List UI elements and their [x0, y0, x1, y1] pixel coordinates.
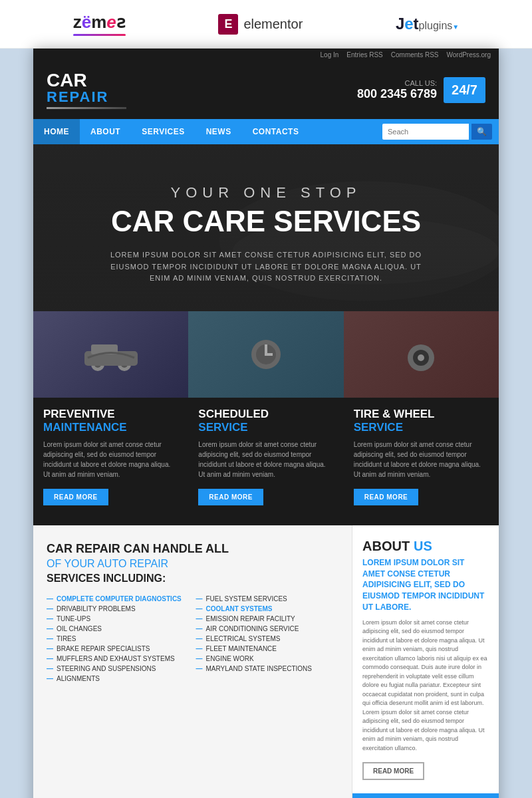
nav-search: 🔍 — [376, 120, 499, 144]
nav-contacts[interactable]: CONTACTS — [242, 119, 310, 144]
logo-line — [47, 107, 126, 109]
nav-news[interactable]: NEWS — [196, 119, 242, 144]
call-us-label: CALL US: — [357, 79, 437, 87]
list-item: FLEET MAINTENANCE — [196, 644, 339, 654]
list-item: COMPLETE COMPUTER DIAGNOSTICS — [47, 594, 190, 604]
services-list-col: CAR REPAIR CAN HANDLE ALL OF YOUR AUTO R… — [33, 525, 352, 798]
list-item: MARYLAND STATE INSPECTIONS — [196, 664, 339, 674]
login-link[interactable]: Log In — [321, 51, 339, 59]
svg-rect-9 — [265, 353, 273, 356]
about-subtitle: LOREM IPSUM DOLOR SIT AMET CONSE CTETUR … — [362, 557, 489, 613]
about-col: ABOUT US LOREM IPSUM DOLOR SIT AMET CONS… — [352, 525, 499, 798]
logo-car: CAR — [47, 71, 126, 90]
service-img-2 — [188, 311, 343, 398]
logo-area: CAR REPAIR — [47, 71, 126, 109]
site-wrapper: Log In Entries RSS Comments RSS WordPres… — [33, 49, 499, 798]
service-desc-2: Lorem ipsum dolor sit amet conse ctetur … — [198, 440, 333, 479]
main-nav: HOME ABOUT SERVICES NEWS CONTACTS 🔍 — [33, 119, 499, 144]
nav-about[interactable]: ABOUT — [80, 119, 131, 144]
services-two-col: COMPLETE COMPUTER DIAGNOSTICS DRIVABILIT… — [47, 594, 338, 684]
nav-links: HOME ABOUT SERVICES NEWS CONTACTS — [33, 119, 376, 144]
site-header: CAR REPAIR CALL US: 800 2345 6789 24/7 — [33, 61, 499, 119]
call-text: CALL US: 800 2345 6789 — [357, 79, 437, 101]
logo-repair: REPAIR — [47, 90, 126, 104]
services-section: PREVENTIVE MAINTENANCE Lorem ipsum dolor… — [33, 311, 499, 525]
list-item: ENGINE WORK — [196, 654, 339, 664]
list-item: ELECTRICAL SYSTEMS — [196, 634, 339, 644]
nav-services[interactable]: SERVICES — [131, 119, 195, 144]
list-item: ALIGNMENTS — [47, 674, 190, 684]
svg-rect-8 — [265, 344, 267, 354]
read-more-btn-3[interactable]: READ MORE — [354, 489, 419, 505]
service-body-2: SCHEDULED SERVICE Lorem ipsum dolor sit … — [188, 398, 343, 512]
service-title-1a: PREVENTIVE — [43, 408, 178, 421]
svg-point-12 — [418, 354, 424, 361]
service-title-2b: SERVICE — [198, 421, 333, 434]
elementor-icon: E — [218, 14, 238, 35]
hero-section: YOUR ONE STOP CAR CARE SERVICES LOREM IP… — [33, 144, 499, 311]
list-item: MUFFLERS AND EXHAUST SYSTEMS — [47, 654, 190, 664]
service-title-3b: SERVICE — [354, 421, 489, 434]
service-title-3a: TIRE & WHEEL — [354, 408, 489, 421]
jet-plugins-logo: Jetplugins ▼ — [396, 15, 459, 33]
elementor-logo: E elementor — [218, 14, 303, 35]
about-title-our: ABOUT — [362, 539, 410, 554]
entries-rss-link[interactable]: Entries RSS — [346, 51, 382, 59]
wordpress-link[interactable]: WordPress.org — [446, 51, 491, 59]
read-more-btn-2[interactable]: READ MORE — [198, 489, 263, 505]
services-list-title: CAR REPAIR CAN HANDLE ALL — [47, 542, 338, 556]
brand-bar: zëmeƨ E elementor Jetplugins ▼ — [0, 0, 532, 49]
services-list-left: COMPLETE COMPUTER DIAGNOSTICS DRIVABILIT… — [47, 594, 190, 684]
about-content: ABOUT US LOREM IPSUM DOLOR SIT AMET CONS… — [352, 525, 499, 793]
hero-main-title: CAR CARE SERVICES — [60, 207, 472, 236]
about-read-more-btn[interactable]: READ MORE — [362, 762, 424, 780]
service-img-1 — [33, 311, 188, 398]
call-area: CALL US: 800 2345 6789 24/7 — [357, 77, 485, 103]
list-item: BRAKE REPAIR SPECIALISTS — [47, 644, 190, 654]
service-body-1: PREVENTIVE MAINTENANCE Lorem ipsum dolor… — [33, 398, 188, 512]
service-title-1b: MAINTENANCE — [43, 421, 178, 434]
service-card-scheduled: SCHEDULED SERVICE Lorem ipsum dolor sit … — [188, 311, 343, 525]
hours-section: OUR HOURS 24 HOUR EMERGENCY TOWING MONDA… — [352, 793, 499, 798]
list-item: OIL CHANGES — [47, 624, 190, 634]
list-item: FUEL SYSTEM SERVICES — [196, 594, 339, 604]
zemes-logo: zëmeƨ — [73, 12, 126, 36]
badge-247: 24/7 — [444, 77, 485, 103]
list-item: STEERING AND SUSPENSIONS — [47, 664, 190, 674]
service-img-3 — [344, 311, 499, 398]
hero-description: LOREM IPSUM DOLOR SIT AMET CONSE CTETUR … — [100, 249, 432, 285]
service-title-2a: SCHEDULED — [198, 408, 333, 421]
list-item: DRIVABILITY PROBLEMS — [47, 604, 190, 614]
service-card-tire: TIRE & WHEEL SERVICE Lorem ipsum dolor s… — [344, 311, 499, 525]
info-section: CAR REPAIR CAN HANDLE ALL OF YOUR AUTO R… — [33, 525, 499, 798]
comments-rss-link[interactable]: Comments RSS — [391, 51, 439, 59]
nav-home[interactable]: HOME — [33, 119, 80, 144]
about-title-us: US — [414, 539, 432, 554]
service-card-preventive: PREVENTIVE MAINTENANCE Lorem ipsum dolor… — [33, 311, 188, 525]
about-text: Lorem ipsum dolor sit amet conse ctetur … — [362, 618, 489, 753]
list-item: EMISSION REPAIR FACILITY — [196, 614, 339, 624]
service-desc-1: Lorem ipsum dolor sit amet conse ctetur … — [43, 440, 178, 479]
list-item: AIR CONDITIONING SERVICE — [196, 624, 339, 634]
services-list-subtitle: OF YOUR AUTO REPAIR — [47, 558, 338, 570]
utility-bar: Log In Entries RSS Comments RSS WordPres… — [33, 49, 499, 61]
read-more-btn-1[interactable]: READ MORE — [43, 489, 108, 505]
search-button[interactable]: 🔍 — [471, 124, 492, 140]
services-list-subtitle2: SERVICES INCLUDING: — [47, 573, 338, 585]
hero-sub-title: YOUR ONE STOP — [60, 184, 472, 201]
service-body-3: TIRE & WHEEL SERVICE Lorem ipsum dolor s… — [344, 398, 499, 512]
list-item: TIRES — [47, 634, 190, 644]
elementor-label: elementor — [243, 17, 303, 32]
service-desc-3: Lorem ipsum dolor sit amet conse ctetur … — [354, 440, 489, 479]
search-input[interactable] — [382, 124, 469, 140]
list-item: COOLANT SYSTEMS — [196, 604, 339, 614]
list-item: TUNE-UPS — [47, 614, 190, 624]
services-list-right: FUEL SYSTEM SERVICES COOLANT SYSTEMS EMI… — [196, 594, 339, 684]
phone-number: 800 2345 6789 — [357, 87, 437, 101]
